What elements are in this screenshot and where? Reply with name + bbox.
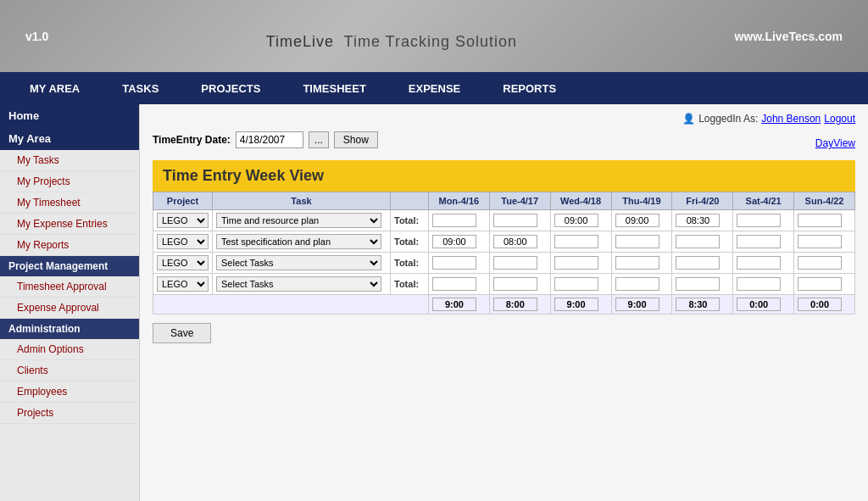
fri-input-4[interactable]: [676, 277, 720, 291]
tue-input-4[interactable]: [493, 277, 537, 291]
sidebar-home[interactable]: Home: [0, 104, 139, 127]
nav-expense[interactable]: EXPENSE: [387, 72, 481, 104]
task-cell-2: Test specification and plan Select Tasks: [213, 231, 391, 253]
project-cell-3: LEGO: [153, 253, 213, 274]
project-cell-2: LEGO: [153, 231, 213, 253]
table-row: LEGO Select Tasks Total:: [153, 253, 855, 274]
mon-input-3[interactable]: [432, 256, 476, 270]
total-label-4: Total:: [391, 274, 429, 295]
day-view-link[interactable]: DayView: [815, 137, 855, 149]
col-tue: Tue-4/17: [489, 192, 550, 210]
date-bar: TimeEntry Date: ... Show: [153, 131, 378, 148]
sun-input-4[interactable]: [798, 277, 842, 291]
tue-input-2[interactable]: [493, 235, 537, 248]
col-sun: Sun-4/22: [794, 192, 855, 210]
date-input[interactable]: [236, 131, 303, 148]
sat-input-4[interactable]: [737, 277, 781, 291]
show-button[interactable]: Show: [334, 131, 378, 148]
nav-timesheet[interactable]: TIMESHEET: [281, 72, 387, 104]
fri-input-1[interactable]: [676, 214, 720, 227]
user-info: 👤 LoggedIn As: John Benson Logout: [682, 113, 855, 125]
save-button[interactable]: Save: [153, 323, 211, 343]
col-project: Project: [153, 192, 213, 210]
mon-input-2[interactable]: [432, 235, 476, 248]
sat-total: [737, 298, 781, 311]
sidebar-administration: Administration: [0, 319, 139, 339]
header-url: www.LiveTecs.com: [734, 30, 843, 43]
sat-input-3[interactable]: [737, 256, 781, 270]
nav-projects[interactable]: PROJECTS: [180, 72, 281, 104]
user-name-link[interactable]: John Benson: [761, 113, 821, 125]
tue-input-3[interactable]: [493, 256, 537, 270]
wed-input-4[interactable]: [554, 277, 598, 291]
col-thu: Thu-4/19: [611, 192, 672, 210]
sat-input-1[interactable]: [737, 214, 781, 227]
task-cell-4: Select Tasks: [213, 274, 391, 295]
thu-input-2[interactable]: [615, 235, 659, 248]
sidebar-item-my-tasks[interactable]: My Tasks: [0, 150, 139, 171]
col-total-header: [391, 192, 429, 210]
person-icon: 👤: [682, 113, 695, 125]
project-select-2[interactable]: LEGO: [157, 234, 209, 249]
mon-input-1[interactable]: [432, 214, 476, 227]
sidebar-item-my-expense-entries[interactable]: My Expense Entries: [0, 214, 139, 235]
project-select-1[interactable]: LEGO: [157, 213, 209, 228]
sidebar-project-management: Project Management: [0, 256, 139, 276]
wed-total: [554, 298, 598, 311]
tue-total: [493, 298, 537, 311]
sidebar-item-my-timesheet[interactable]: My Timesheet: [0, 192, 139, 214]
task-select-4[interactable]: Select Tasks: [216, 276, 381, 292]
nav-my-area[interactable]: MY AREA: [8, 72, 101, 104]
time-entry-table: Project Task Mon-4/16 Tue-4/17 Wed-4/18 …: [153, 192, 855, 315]
col-wed: Wed-4/18: [550, 192, 611, 210]
project-select-3[interactable]: LEGO: [157, 255, 209, 270]
nav-reports[interactable]: REPORTS: [481, 72, 577, 104]
task-select-3[interactable]: Select Tasks: [216, 255, 381, 270]
nav-bar: MY AREA TASKS PROJECTS TIMESHEET EXPENSE…: [0, 72, 868, 104]
sidebar-item-my-reports[interactable]: My Reports: [0, 235, 139, 256]
sat-input-2[interactable]: [737, 235, 781, 248]
sidebar-item-my-projects[interactable]: My Projects: [0, 171, 139, 192]
sidebar-item-admin-options[interactable]: Admin Options: [0, 339, 139, 360]
sidebar-my-area[interactable]: My Area: [0, 127, 139, 150]
nav-tasks[interactable]: TASKS: [101, 72, 180, 104]
totals-row: [153, 295, 855, 315]
content-area: 👤 LoggedIn As: John Benson Logout TimeEn…: [140, 104, 868, 501]
task-cell-1: Time and resource plan Select Tasks: [213, 210, 391, 231]
wed-input-3[interactable]: [554, 256, 598, 270]
sun-input-3[interactable]: [798, 256, 842, 270]
wed-input-1[interactable]: [554, 214, 598, 227]
col-sat: Sat-4/21: [733, 192, 794, 210]
sidebar-item-clients[interactable]: Clients: [0, 360, 139, 381]
date-picker-button[interactable]: ...: [309, 131, 329, 148]
sidebar: Home My Area My Tasks My Projects My Tim…: [0, 104, 140, 501]
fri-input-2[interactable]: [676, 235, 720, 248]
col-mon: Mon-4/16: [428, 192, 489, 210]
sidebar-item-employees[interactable]: Employees: [0, 381, 139, 403]
task-select-2[interactable]: Test specification and plan Select Tasks: [216, 234, 381, 249]
sun-input-1[interactable]: [798, 214, 842, 227]
logout-link[interactable]: Logout: [824, 113, 855, 125]
main-layout: Home My Area My Tasks My Projects My Tim…: [0, 104, 868, 501]
thu-input-4[interactable]: [615, 277, 659, 291]
sun-input-2[interactable]: [798, 235, 842, 248]
totals-empty: [153, 295, 429, 315]
mon-input-4[interactable]: [432, 277, 476, 291]
project-cell: LEGO: [153, 210, 213, 231]
project-select-4[interactable]: LEGO: [157, 276, 209, 292]
project-cell-4: LEGO: [153, 274, 213, 295]
wed-input-2[interactable]: [554, 235, 598, 248]
fri-input-3[interactable]: [676, 256, 720, 270]
thu-input-3[interactable]: [615, 256, 659, 270]
thu-input-1[interactable]: [615, 214, 659, 227]
sidebar-item-expense-approval[interactable]: Expense Approval: [0, 298, 139, 319]
app-title: TimeLive Time Tracking Solution: [266, 18, 517, 54]
tue-input-1[interactable]: [493, 214, 537, 227]
total-label-3: Total:: [391, 253, 429, 274]
task-select-1[interactable]: Time and resource plan Select Tasks: [216, 213, 381, 228]
sidebar-item-timesheet-approval[interactable]: Timesheet Approval: [0, 276, 139, 298]
logged-in-label: LoggedIn As:: [698, 113, 758, 125]
sidebar-item-projects[interactable]: Projects: [0, 403, 139, 424]
week-title: Time Entry Week View: [153, 160, 855, 192]
total-label-1: Total:: [391, 210, 429, 231]
